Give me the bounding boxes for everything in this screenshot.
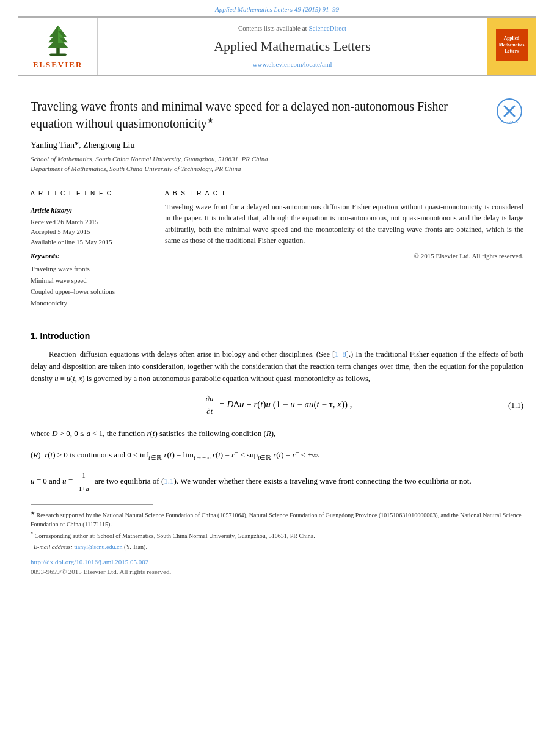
accepted-date: Accepted 5 May 2015: [31, 227, 153, 237]
info-abstract-section: A R T I C L E I N F O Article history: R…: [31, 189, 523, 309]
journal-title: Applied Mathematics Letters: [214, 37, 371, 56]
keywords-list: Traveling wave fronts Minimal wave speed…: [31, 263, 153, 309]
article-info-title: A R T I C L E I N F O: [31, 189, 153, 198]
journal-header: ELSEVIER Contents lists available at Sci…: [18, 16, 536, 76]
section-divider: [31, 319, 523, 319]
abstract-text: Traveling wave front for a delayed non-a…: [165, 202, 523, 247]
equation-content: ∂u ∂t = DΔu + r(t)u (1 − u − au(t − τ, x…: [202, 393, 352, 417]
email-footnote: E-mail address: tianyl@scnu.edu.cn (Y. T…: [31, 542, 523, 551]
affiliation-1: School of Mathematics, South China Norma…: [31, 154, 523, 164]
received-date: Received 26 March 2015: [31, 217, 153, 227]
sciencedirect-link[interactable]: ScienceDirect: [308, 24, 346, 32]
article-title: Traveling wave fronts and minimal wave s…: [31, 98, 523, 132]
keyword-4: Monotonicity: [31, 297, 153, 309]
svg-rect-0: [56, 46, 60, 54]
doi-link-area: http://dx.doi.org/10.1016/j.aml.2015.05.…: [31, 558, 523, 567]
elsevier-brand-name: ELSEVIER: [33, 59, 83, 70]
affiliation-2: Department of Mathematics, South China U…: [31, 164, 523, 174]
rights-text: 0893-9659/© 2015 Elsevier Ltd. All right…: [31, 567, 523, 576]
equation-1-1: ∂u ∂t = DΔu + r(t)u (1 − u − au(t − τ, x…: [31, 393, 523, 417]
authors: Yanling Tian*, Zhengrong Liu: [31, 139, 523, 151]
title-star: ★: [207, 116, 214, 125]
intro-paragraph: Reaction–diffusion equations with delays…: [31, 348, 523, 385]
eq-1-1-ref-link[interactable]: 1.1: [164, 477, 173, 486]
contents-line: Contents lists available at ScienceDirec…: [238, 24, 346, 33]
info-divider: [31, 202, 153, 202]
footnote-divider: [31, 504, 153, 505]
copyright-text: © 2015 Elsevier Ltd. All rights reserved…: [165, 252, 523, 261]
article-info-column: A R T I C L E I N F O Article history: R…: [31, 189, 153, 309]
partial-fraction: ∂u ∂t: [205, 393, 215, 417]
keywords-label: Keywords:: [31, 252, 153, 261]
journal-ref-text: Applied Mathematics Letters 49 (2015) 91…: [215, 5, 339, 13]
journal-url: www.elsevier.com/locate/aml: [252, 60, 332, 69]
abstract-column: A B S T R A C T Traveling wave front for…: [165, 189, 523, 309]
crossmark-icon: CrossMark: [496, 98, 523, 125]
star-footnote: ★ Research supported by the National Nat…: [31, 510, 523, 529]
affiliations: School of Mathematics, South China Norma…: [31, 154, 523, 174]
journal-title-area: Contents lists available at ScienceDirec…: [98, 18, 487, 75]
equilibria-text: u ≡ 0 and u ≡ 11+a are two equilibria of…: [31, 470, 523, 494]
main-content: Traveling wave fronts and minimal wave s…: [0, 76, 554, 589]
header-divider: [31, 183, 523, 183]
elsevier-logo: ELSEVIER: [18, 18, 98, 75]
doi-link[interactable]: http://dx.doi.org/10.1016/j.aml.2015.05.…: [31, 558, 148, 565]
keyword-1: Traveling wave fronts: [31, 263, 153, 275]
elsevier-tree-icon: [34, 23, 82, 57]
svg-text:CrossMark: CrossMark: [500, 120, 519, 124]
crossmark-badge: CrossMark: [496, 98, 523, 125]
article-history-dates: Received 26 March 2015 Accepted 5 May 20…: [31, 217, 153, 247]
equation-rhs: = DΔu + r(t)u (1 − u − au(t − τ, x)) ,: [219, 399, 352, 409]
top-journal-reference: Applied Mathematics Letters 49 (2015) 91…: [0, 0, 554, 16]
svg-rect-1: [49, 53, 67, 56]
available-date: Available online 15 May 2015: [31, 237, 153, 247]
keyword-2: Minimal wave speed: [31, 275, 153, 286]
section-1-heading: 1. Introduction: [31, 330, 523, 343]
journal-badge: AppliedMathematicsLetters: [487, 18, 536, 75]
corresponding-footnote: * Corresponding author at: School of Mat…: [31, 531, 523, 540]
ref-1-8-link[interactable]: 1–8: [335, 350, 346, 358]
email-link[interactable]: tianyl@scnu.edu.cn: [74, 543, 122, 550]
article-history-label: Article history:: [31, 206, 153, 215]
equation-number: (1.1): [508, 400, 523, 411]
page: Applied Mathematics Letters 49 (2015) 91…: [0, 0, 554, 756]
keyword-3: Coupled upper–lower solutions: [31, 286, 153, 297]
condition-text: where D > 0, 0 ≤ a < 1, the function r(t…: [31, 426, 523, 440]
abstract-title: A B S T R A C T: [165, 189, 523, 198]
badge-title-text: AppliedMathematicsLetters: [499, 35, 525, 55]
R-condition-block: (R) r(t) > 0 is continuous and 0 < inft∈…: [31, 446, 523, 463]
